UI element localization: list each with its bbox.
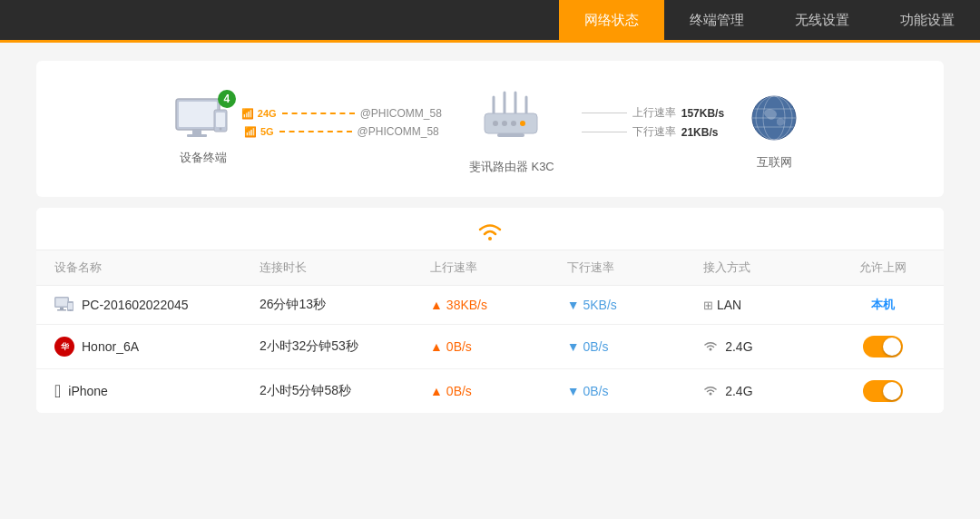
device-name-col: PC-201602022045: [54, 297, 260, 313]
device-name: Honor_6A: [82, 339, 139, 354]
internet-label: 互联网: [757, 154, 792, 171]
header-name: 设备名称: [54, 260, 260, 276]
device-list: 设备名称 连接时长 上行速率 下行速率 接入方式 允许上网 PC-2016020…: [36, 208, 944, 413]
allow-toggle[interactable]: [863, 336, 903, 357]
svg-point-32: [710, 393, 712, 396]
duration-col: 26分钟13秒: [260, 297, 430, 313]
svg-rect-25: [56, 299, 68, 307]
allow-col: [840, 380, 926, 402]
device-name-col: 华 Honor_6A: [54, 337, 260, 357]
globe-icon: [742, 93, 806, 147]
table-row: 华 Honor_6A 2小时32分钟53秒 ▲ 0B/s ▼ 0B/s 2.4G: [36, 325, 944, 369]
upload-col: ▲ 0B/s: [430, 339, 567, 354]
wifi-section-header: [36, 208, 944, 250]
duration-col: 2小时5分钟58秒: [260, 383, 430, 399]
svg-point-6: [219, 128, 221, 131]
allow-col: 本机: [840, 297, 926, 313]
devices-label: 设备终端: [180, 150, 227, 166]
download-col: ▼ 5KB/s: [567, 298, 704, 312]
nav-item-function-settings[interactable]: 功能设置: [875, 0, 980, 40]
download-col: ▼ 0B/s: [567, 384, 704, 398]
local-label: 本机: [871, 297, 895, 313]
svg-point-31: [710, 348, 712, 351]
svg-rect-16: [497, 133, 524, 137]
upload-col: ▲ 0B/s: [430, 384, 567, 398]
lan-icon: ⊞: [703, 299, 717, 312]
download-arrow: ▼: [567, 384, 583, 398]
router-section: 斐讯路由器 K3C: [469, 88, 554, 175]
upload-dash: [582, 113, 627, 113]
allow-toggle[interactable]: [863, 380, 903, 402]
upload-arrow: ▲: [430, 339, 446, 354]
svg-rect-1: [179, 102, 217, 127]
device-icon-group: 4: [174, 97, 232, 142]
header-allow: 允许上网: [840, 260, 926, 276]
router-icon: [475, 88, 548, 152]
header-access: 接入方式: [703, 260, 840, 276]
download-speed-row: 下行速率 21KB/s: [582, 124, 724, 140]
download-arrow: ▼: [567, 339, 583, 354]
svg-rect-27: [57, 309, 66, 311]
download-col: ▼ 0B/s: [567, 339, 704, 354]
network-diagram: 4 设备终端 📶 24G @PHICOMM_58 📶 5G @PHICOMM: [36, 61, 944, 197]
nav-item-network-status[interactable]: 网络状态: [559, 0, 664, 40]
device-name: PC-201602022045: [82, 298, 189, 312]
apple-icon: : [54, 381, 61, 402]
router-label: 斐讯路由器 K3C: [469, 159, 554, 175]
nav-item-terminal-management[interactable]: 终端管理: [664, 0, 769, 40]
conn-dash-24g: [282, 113, 355, 114]
top-navigation: 网络状态 终端管理 无线设置 功能设置: [0, 0, 980, 40]
svg-rect-3: [187, 134, 207, 137]
upload-arrow: ▲: [430, 298, 446, 312]
nav-item-wireless-settings[interactable]: 无线设置: [769, 0, 875, 40]
wifi-5g-label: 📶 5G: [244, 126, 274, 138]
conn-line-5g: 📶 5G @PHICOMM_58: [244, 125, 439, 138]
upload-speed-row: 上行速率 157KB/s: [582, 105, 724, 121]
svg-point-15: [520, 121, 525, 126]
wifi-header-icon: [474, 219, 506, 244]
table-row: PC-201602022045 26分钟13秒 ▲ 38KB/s ▼ 5KB/s…: [36, 286, 944, 325]
device-name-col:  iPhone: [54, 381, 260, 402]
access-col: 2.4G: [703, 339, 840, 354]
svg-point-23: [488, 237, 492, 240]
wifi-24g-label: 📶 24G: [241, 108, 277, 120]
speed-section: 上行速率 157KB/s 下行速率 21KB/s: [582, 105, 724, 140]
svg-point-12: [493, 121, 498, 126]
connection-lines: 📶 24G @PHICOMM_58 📶 5G @PHICOMM_58: [241, 107, 442, 138]
svg-rect-2: [192, 130, 201, 134]
download-dash: [582, 132, 627, 132]
access-col: ⊞ LAN: [703, 298, 840, 312]
svg-rect-5: [216, 113, 225, 127]
wifi-access-icon: [703, 340, 718, 351]
device-name: iPhone: [68, 384, 108, 398]
internet-section: 互联网: [742, 93, 806, 171]
upload-arrow: ▲: [430, 384, 446, 398]
svg-point-30: [70, 309, 72, 311]
huawei-icon: 华: [54, 337, 74, 357]
download-arrow: ▼: [567, 298, 583, 312]
table-header: 设备名称 连接时长 上行速率 下行速率 接入方式 允许上网: [36, 250, 944, 286]
header-duration: 连接时长: [260, 260, 430, 276]
upload-col: ▲ 38KB/s: [430, 298, 567, 312]
devices-section: 4 设备终端: [174, 97, 232, 166]
allow-col: [840, 336, 926, 357]
access-col: 2.4G: [703, 384, 840, 398]
svg-point-14: [511, 121, 516, 126]
header-download: 下行速率: [567, 260, 704, 276]
conn-line-24g: 📶 24G @PHICOMM_58: [241, 107, 442, 120]
conn-dash-5g: [279, 131, 352, 132]
main-content: 4 设备终端 📶 24G @PHICOMM_58 📶 5G @PHICOMM: [0, 43, 980, 413]
table-row:  iPhone 2小时5分钟58秒 ▲ 0B/s ▼ 0B/s 2.4G: [36, 369, 944, 413]
header-upload: 上行速率: [430, 260, 567, 276]
duration-col: 2小时32分钟53秒: [260, 338, 430, 355]
pc-icon: [54, 297, 74, 313]
svg-point-13: [502, 121, 507, 126]
device-count-badge: 4: [218, 90, 236, 108]
svg-rect-29: [68, 303, 73, 309]
svg-rect-26: [60, 308, 64, 309]
wifi-access-icon: [703, 385, 718, 396]
